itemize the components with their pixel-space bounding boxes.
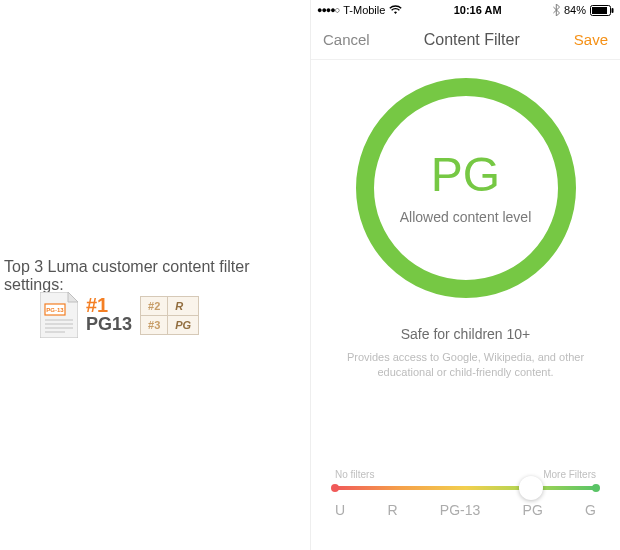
slider-tick: PG-13	[440, 502, 480, 518]
slider-tick: G	[585, 502, 596, 518]
status-right: 84%	[553, 4, 614, 16]
slider-label-right: More Filters	[543, 469, 596, 480]
marketing-panel: Top 3 Luma customer content filter setti…	[0, 0, 310, 550]
slider-track[interactable]	[335, 486, 596, 490]
status-time: 10:16 AM	[454, 4, 502, 16]
rank-index: #3	[141, 315, 168, 334]
slider-thumb[interactable]	[519, 476, 543, 500]
rank-table: #2 R #3 PG	[140, 296, 199, 335]
slider-tick: R	[387, 502, 397, 518]
rank-1-number: #1	[86, 295, 108, 315]
description-text: Provides access to Google, Wikipedia, an…	[346, 350, 586, 381]
svg-rect-9	[611, 8, 613, 13]
slider-tick: U	[335, 502, 345, 518]
filter-slider[interactable]: No filters More Filters U R PG-13 PG G	[335, 469, 596, 518]
rankings-infographic: PG-13 #1 PG13 #2 R #3 PG	[40, 292, 199, 338]
rank-value: R	[168, 296, 199, 315]
signal-dots-icon: ●●●●○	[317, 5, 339, 15]
phone-screen: ●●●●○ T-Mobile 10:16 AM 84%	[310, 0, 620, 550]
status-left: ●●●●○ T-Mobile	[317, 4, 402, 16]
svg-rect-10	[592, 7, 607, 14]
slider-end-dot-right	[592, 484, 600, 492]
rating-value: PG	[431, 151, 500, 199]
status-bar: ●●●●○ T-Mobile 10:16 AM 84%	[311, 0, 620, 20]
bluetooth-icon	[553, 4, 560, 16]
slider-tick-labels: U R PG-13 PG G	[335, 502, 596, 518]
wifi-icon	[389, 5, 402, 15]
svg-text:PG-13: PG-13	[46, 307, 64, 313]
marketing-headline: Top 3 Luma customer content filter setti…	[4, 258, 310, 294]
table-row: #3 PG	[141, 315, 199, 334]
safe-for-line: Safe for children 10+	[311, 326, 620, 342]
table-row: #2 R	[141, 296, 199, 315]
rating-dial-ring: PG Allowed content level	[356, 78, 576, 298]
rank-value: PG	[168, 315, 199, 334]
svg-marker-1	[68, 292, 78, 302]
document-pg13-icon: PG-13	[40, 292, 78, 338]
cancel-button[interactable]: Cancel	[323, 31, 370, 48]
rating-caption: Allowed content level	[400, 209, 532, 225]
battery-pct: 84%	[564, 4, 586, 16]
rank-1-block: #1 PG13	[86, 295, 132, 335]
slider-tick: PG	[523, 502, 543, 518]
carrier-label: T-Mobile	[343, 4, 385, 16]
rank-index: #2	[141, 296, 168, 315]
page-title: Content Filter	[424, 31, 520, 49]
battery-icon	[590, 5, 614, 16]
save-button[interactable]: Save	[574, 31, 608, 48]
slider-label-left: No filters	[335, 469, 374, 480]
rating-dial[interactable]: PG Allowed content level	[356, 78, 576, 298]
slider-end-labels: No filters More Filters	[335, 469, 596, 480]
nav-bar: Cancel Content Filter Save	[311, 20, 620, 60]
slider-end-dot-left	[331, 484, 339, 492]
rank-1-label: PG13	[86, 315, 132, 335]
